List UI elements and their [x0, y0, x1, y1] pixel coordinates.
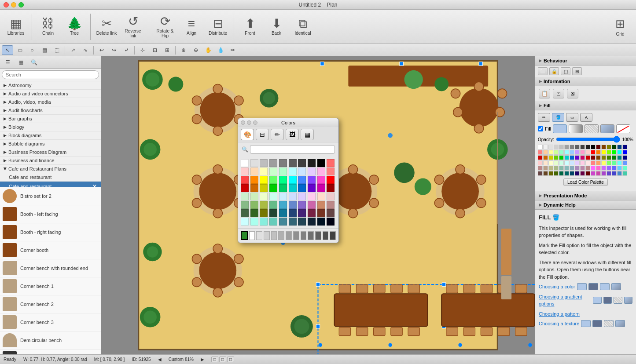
dialog-minimize[interactable]: [247, 120, 251, 125]
color-cell[interactable]: [279, 201, 287, 209]
rc-white[interactable]: [538, 145, 543, 149]
dialog-tab-palettes[interactable]: ▦: [301, 129, 314, 140]
sidebar-item-business-finance[interactable]: ▶ Business and finance: [0, 157, 101, 165]
color-cell[interactable]: [279, 176, 287, 184]
rc-cell[interactable]: [580, 150, 585, 155]
rc-cell[interactable]: [622, 160, 627, 165]
tree-button[interactable]: 🌲 Tree: [62, 12, 87, 42]
color-cell[interactable]: [241, 167, 249, 175]
color-cell[interactable]: [260, 159, 268, 167]
color-cell[interactable]: [269, 201, 277, 209]
color-cell[interactable]: [327, 167, 335, 175]
rc-cell[interactable]: [559, 160, 564, 165]
load-color-palette-btn[interactable]: Load Color Palette: [563, 178, 608, 186]
rc-cell[interactable]: [554, 171, 559, 176]
swatch-lgray3[interactable]: [271, 231, 277, 240]
rc-cell[interactable]: [585, 155, 590, 160]
rc-cell[interactable]: [564, 150, 569, 155]
dynamic-help-header[interactable]: ▶ Dynamic Help: [535, 200, 636, 210]
fill-grad-btn[interactable]: [569, 124, 583, 133]
swatch-gray3[interactable]: [293, 231, 299, 240]
page-nav-right[interactable]: ▶: [201, 357, 204, 362]
search-input[interactable]: [2, 70, 99, 79]
color-cell[interactable]: [317, 176, 325, 184]
shape-demicircular[interactable]: Demicircular bench: [0, 331, 101, 349]
color-cell[interactable]: [327, 218, 335, 226]
rc-cell[interactable]: [612, 166, 617, 171]
color-cell[interactable]: [298, 218, 306, 226]
color-cell[interactable]: [289, 159, 297, 167]
select-tool[interactable]: ↖: [2, 45, 13, 55]
color-cell[interactable]: [279, 209, 287, 217]
info-icon-2[interactable]: ⊡: [553, 89, 564, 98]
rc-cell[interactable]: [538, 166, 543, 171]
rc-cell[interactable]: [591, 155, 596, 160]
color-cell[interactable]: [317, 209, 325, 217]
page-btn-3[interactable]: □: [227, 357, 234, 362]
swatch-dgray2[interactable]: [315, 231, 321, 240]
color-cell[interactable]: [250, 201, 258, 209]
close-button[interactable]: [4, 2, 9, 7]
front-button[interactable]: ⬆ Front: [238, 12, 262, 42]
color-cell[interactable]: [241, 218, 249, 226]
rc-cell[interactable]: [601, 155, 606, 160]
rc-cell[interactable]: [596, 160, 601, 165]
rc-cell[interactable]: [570, 150, 574, 155]
dialog-search-input[interactable]: [250, 145, 335, 154]
rc-cell[interactable]: [564, 155, 569, 160]
rc-cell[interactable]: [580, 171, 585, 176]
rc-blue[interactable]: [622, 150, 627, 155]
presentation-mode-header[interactable]: ▶ Presentation Mode: [535, 191, 636, 200]
zoom-in-tool[interactable]: ⊕: [178, 45, 189, 55]
rc-cell[interactable]: [575, 166, 580, 171]
color-cell[interactable]: [289, 176, 297, 184]
sidebar-item-bar-graphs[interactable]: ▶ Bar graphs: [0, 115, 101, 123]
rc-cell[interactable]: [570, 160, 574, 165]
rc-cell[interactable]: [559, 166, 564, 171]
color-cell[interactable]: [308, 209, 316, 217]
rc-cell[interactable]: [596, 155, 601, 160]
rc-cell[interactable]: [543, 155, 548, 160]
color-cell[interactable]: [279, 218, 287, 226]
curve-tool[interactable]: ∿: [80, 45, 91, 55]
delete-link-button[interactable]: ✂ Delete link: [94, 12, 119, 42]
color-cell[interactable]: [269, 184, 277, 192]
rc-cell[interactable]: [538, 150, 543, 155]
rc-cell[interactable]: [548, 171, 553, 176]
rc-cell[interactable]: [554, 155, 559, 160]
swatch-lgray2[interactable]: [264, 231, 270, 240]
rc-cell[interactable]: [564, 171, 569, 176]
rc-cell[interactable]: [612, 160, 617, 165]
color-cell[interactable]: [269, 218, 277, 226]
rc-cell[interactable]: [622, 166, 627, 171]
eyedrop-tool[interactable]: 💧: [215, 45, 226, 55]
rc-cell[interactable]: [548, 145, 553, 149]
color-cell[interactable]: [327, 209, 335, 217]
color-cell[interactable]: [317, 193, 325, 200]
rc-cell[interactable]: [538, 160, 543, 165]
rc-cell[interactable]: [570, 171, 574, 176]
sidebar-item-astronomy[interactable]: ▶ Astronomy: [0, 81, 101, 90]
info-icon-1[interactable]: 📋: [539, 89, 550, 98]
rc-cell[interactable]: [607, 171, 611, 176]
ellipse-tool[interactable]: ○: [26, 45, 38, 55]
stroke-btn[interactable]: ✏: [538, 113, 550, 122]
rc-cell[interactable]: [564, 160, 569, 165]
libraries-button[interactable]: ▦ Libraries: [4, 12, 28, 42]
fill-pattern-btn[interactable]: [585, 124, 599, 133]
rect-tool[interactable]: ▭: [14, 45, 26, 55]
rc-cell[interactable]: [580, 160, 585, 165]
rc-cell[interactable]: [607, 155, 611, 160]
color-cell[interactable]: [327, 201, 335, 209]
color-cell[interactable]: [298, 159, 306, 167]
swatch-dgray1[interactable]: [308, 231, 314, 240]
rc-cell[interactable]: [548, 166, 553, 171]
rc-cell[interactable]: [564, 145, 569, 149]
rc-cell[interactable]: [570, 145, 574, 149]
rc-cell[interactable]: [596, 171, 601, 176]
color-cell[interactable]: [317, 218, 325, 226]
rc-cell[interactable]: [622, 171, 627, 176]
rc-cell[interactable]: [591, 171, 596, 176]
pen-tool[interactable]: ✏: [227, 45, 239, 55]
rc-cell[interactable]: [585, 166, 590, 171]
